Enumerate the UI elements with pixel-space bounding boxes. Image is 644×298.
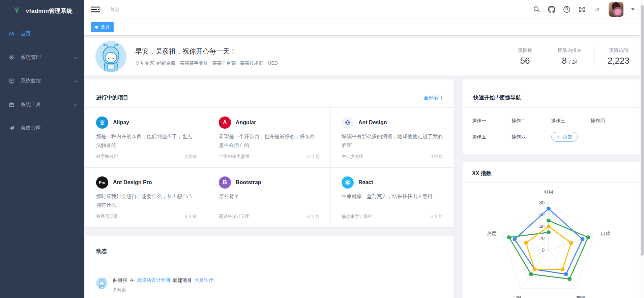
project-card-react[interactable]: React 生命就像一盒巧克力，结果往往出人意料 骗你来学计算机 6 年前 xyxy=(331,168,453,228)
gear-icon xyxy=(9,55,14,60)
greeting-card: 早安，吴彦祖，祝你开心每一天！ 交互专家 |蚂蚁金服 - 某某某事业群 - 某某… xyxy=(85,38,640,75)
toolbox-icon xyxy=(9,102,14,107)
project-description: 那是一种内在的东西，他们到达不了，也无法触及的 xyxy=(96,132,197,150)
ant-design-pro-icon: Pro xyxy=(96,176,108,189)
quick-start-header: 快速开始 / 便捷导航 xyxy=(463,79,640,108)
projects-grid: 支 Alipay 那是一种内在的东西，他们到达不了，也无法触及的 科学搬砖组 几… xyxy=(85,108,453,228)
project-name[interactable]: Angular xyxy=(236,120,256,126)
svg-text:20: 20 xyxy=(539,236,545,241)
all-projects-link[interactable]: 全部项目 xyxy=(424,95,443,101)
project-name[interactable]: Bootstrap xyxy=(236,179,261,186)
activity-group-link[interactable]: 高逼格设计天团 xyxy=(137,277,170,283)
activity-title: 动态 xyxy=(96,248,107,255)
project-group[interactable]: 高逼格设计天团 xyxy=(219,213,250,220)
project-card-angular[interactable]: A Angular 希望是一个好东西，也许是最好的，好东西是不会消亡的 全组都是… xyxy=(208,108,331,168)
svg-text:0: 0 xyxy=(542,247,545,253)
project-card-alipay[interactable]: 支 Alipay 那是一种内在的东西，他们到达不了，也无法触及的 科学搬砖组 几… xyxy=(85,108,208,168)
header-stats: 项目数 56 团队内排名 8 / 24 项目访问 2,223 xyxy=(505,47,632,66)
project-group[interactable]: 中二少女团 xyxy=(342,154,363,160)
fullscreen-icon[interactable] xyxy=(578,6,586,13)
activity-avatar xyxy=(96,277,108,289)
project-name[interactable]: React xyxy=(358,179,373,186)
stat-label: 项目访问 xyxy=(608,47,630,54)
chevron-down-icon xyxy=(74,78,78,84)
quick-link-1[interactable]: 操作一 xyxy=(472,118,511,124)
sidebar-item-system-tools[interactable]: 系统工具 xyxy=(0,95,84,114)
greeting-info: 早安，吴彦祖，祝你开心每一天！ 交互专家 |蚂蚁金服 - 某某某事业群 - 某某… xyxy=(135,47,278,66)
sidebar-item-home[interactable]: 首页 xyxy=(0,24,84,43)
paper-plane-icon xyxy=(9,125,14,131)
quick-link-5[interactable]: 操作五 xyxy=(472,134,511,140)
chevron-down-icon xyxy=(74,101,78,107)
dashboard-icon xyxy=(9,31,14,37)
tags-bar: 首页 xyxy=(84,19,644,35)
project-name[interactable]: Ant Design Pro xyxy=(113,179,152,186)
activity-text-part: 新建项目 xyxy=(173,277,192,283)
projects-title: 进行中的项目 xyxy=(96,94,128,101)
collapse-menu-icon[interactable] xyxy=(91,6,100,13)
stat-label: 项目数 xyxy=(518,47,532,54)
sidebar-item-label: 若依官网 xyxy=(21,125,41,131)
help-icon[interactable] xyxy=(563,6,570,13)
sidebar-item-official-site[interactable]: 若依官网 xyxy=(0,119,84,137)
quick-link-3[interactable]: 操作三 xyxy=(551,118,591,124)
activity-user[interactable]: 曲丽丽 xyxy=(113,277,127,283)
chevron-down-icon xyxy=(74,54,78,60)
github-icon[interactable] xyxy=(548,6,555,13)
plus-icon: ＋ xyxy=(556,134,561,140)
navbar-actions: тT xyxy=(533,2,635,17)
greeting-title: 早安，吴彦祖，祝你开心每一天！ xyxy=(135,47,278,56)
project-description: 生命就像一盒巧克力，结果往往出人意料 xyxy=(342,192,443,209)
project-card-bootstrap[interactable]: B Bootstrap 凛冬将至 高逼格设计天团 6 年前 xyxy=(208,168,331,228)
tag-label: 首页 xyxy=(101,24,110,30)
project-description: 城镇中有那么多的酒馆，她却偏偏走进了我的酒馆 xyxy=(342,132,443,150)
tag-home[interactable]: 首页 xyxy=(91,22,114,32)
stat-team-rank: 团队内排名 8 / 24 xyxy=(545,47,594,66)
project-name[interactable]: Ant Design xyxy=(358,120,387,126)
index-chart-header: XX 指数 xyxy=(463,162,640,183)
sidebar-item-label: 系统管理 xyxy=(21,54,41,61)
index-chart-title: XX 指数 xyxy=(472,170,492,177)
sidebar-item-system-monitor[interactable]: 系统监控 xyxy=(0,71,84,90)
project-time: 6 年前 xyxy=(307,213,320,220)
project-group[interactable]: 科学搬砖组 xyxy=(96,154,118,160)
svg-text:引用: 引用 xyxy=(544,189,553,195)
projects-panel: 进行中的项目 全部项目 支 Alipay 那是一种内在的东西，他们到达不了，也无… xyxy=(85,79,453,228)
caret-down-icon[interactable] xyxy=(631,8,635,10)
breadcrumb: 首页 xyxy=(110,6,119,12)
plant-logo-icon xyxy=(12,6,22,16)
project-description: 凛冬将至 xyxy=(219,192,320,209)
activity-item: 曲丽丽 在 高逼格设计天团 新建项目 六月迭代 几秒前 xyxy=(85,261,453,298)
project-group[interactable]: 骗你来学计算机 xyxy=(342,213,372,220)
project-card-ant-design[interactable]: Ant Design 城镇中有那么多的酒馆，她却偏偏走进了我的酒馆 中二少女团 … xyxy=(331,108,453,168)
quick-link-4[interactable]: 操作四 xyxy=(591,118,630,124)
activity-text: 曲丽丽 在 高逼格设计天团 新建项目 六月迭代 几秒前 xyxy=(113,277,215,293)
project-card-ant-design-pro[interactable]: Pro Ant Design Pro 那时候我只会想自己想要什么，从不想自己拥有… xyxy=(85,168,208,228)
quick-start-title: 快速开始 / 便捷导航 xyxy=(473,94,521,101)
project-time: 6 年前 xyxy=(307,154,320,160)
app-logo[interactable]: vfadmin管理系统 xyxy=(0,0,84,22)
bootstrap-icon: B xyxy=(219,176,231,189)
project-group[interactable]: 程序员日常 xyxy=(96,213,118,220)
font-size-icon[interactable]: тT xyxy=(593,6,601,13)
alipay-icon: 支 xyxy=(96,117,108,129)
project-group[interactable]: 全组都是吴彦祖 xyxy=(219,154,250,160)
activity-project-link[interactable]: 六月迭代 xyxy=(195,277,213,283)
quick-link-6[interactable]: 操作六 xyxy=(511,134,551,140)
quick-link-2[interactable]: 操作二 xyxy=(511,118,551,124)
cartoon-avatar xyxy=(95,41,126,72)
search-icon[interactable] xyxy=(533,6,540,13)
radar-svg: 020406080引用口碑产量贡献热度 xyxy=(463,183,640,298)
sidebar-item-system-management[interactable]: 系统管理 xyxy=(0,48,84,67)
scrollbar-thumb[interactable] xyxy=(641,5,644,256)
right-column: 快速开始 / 便捷导航 操作一 操作二 操作三 操作四 操作五 操作六 ＋ 添加 xyxy=(463,79,640,298)
user-avatar[interactable] xyxy=(609,2,623,17)
sidebar-item-label: 系统工具 xyxy=(21,101,41,108)
page-scrollbar[interactable] xyxy=(640,0,644,298)
project-name[interactable]: Alipay xyxy=(113,120,129,126)
add-button[interactable]: ＋ 添加 xyxy=(551,132,578,142)
activity-text-part: 在 xyxy=(130,277,135,283)
top-navbar: 首页 тT xyxy=(84,0,644,19)
quick-start-panel: 快速开始 / 便捷导航 操作一 操作二 操作三 操作四 操作五 操作六 ＋ 添加 xyxy=(463,79,640,154)
monitor-icon xyxy=(9,78,14,84)
